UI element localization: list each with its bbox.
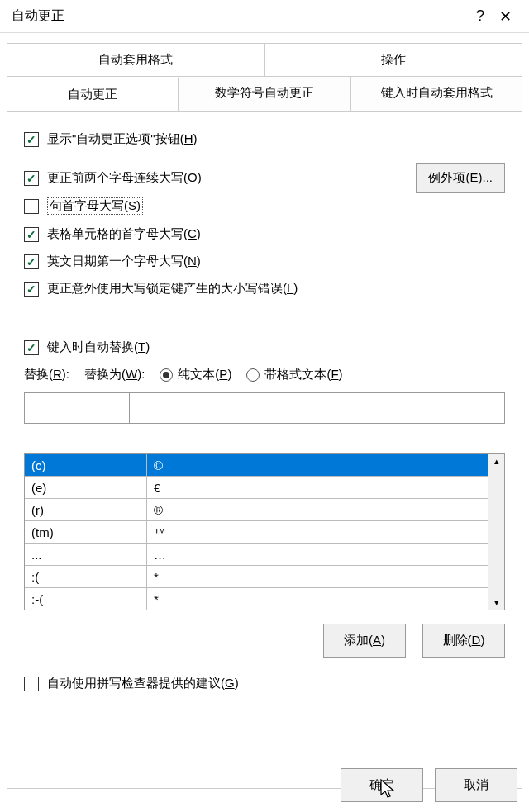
checkbox-row-replace-on: 键入时自动替换(T) xyxy=(24,340,505,355)
checkbox-row-sentence: 句首字母大写(S) xyxy=(24,197,505,215)
replace-input-row xyxy=(24,392,505,424)
radio-plain-wrap[interactable]: 纯文本(P) xyxy=(160,367,231,382)
checkbox-spell[interactable] xyxy=(24,677,39,691)
checkbox-row-capslock: 更正意外使用大写锁定键产生的大小写错误(L) xyxy=(24,281,505,297)
tab-autoformat[interactable]: 自动套用格式 xyxy=(7,43,264,76)
table-row[interactable]: :-(* xyxy=(25,588,488,610)
label-weekday: 英文日期第一个字母大写(N) xyxy=(47,254,201,269)
checkbox-row-spell: 自动使用拼写检查器提供的建议(G) xyxy=(24,676,505,691)
table-row[interactable]: ...… xyxy=(25,544,488,566)
label-replace-on: 键入时自动替换(T) xyxy=(47,340,150,355)
table-cell-replace: :( xyxy=(25,566,147,587)
radio-formatted-wrap[interactable]: 带格式文本(F) xyxy=(246,367,342,382)
add-button[interactable]: 添加(A) xyxy=(323,624,406,658)
dialog-footer: 确定 取消 xyxy=(341,768,517,802)
window-title: 自动更正 xyxy=(12,7,468,25)
label-two-caps: 更正前两个字母连续大写(O) xyxy=(47,170,202,186)
table-row[interactable]: :(* xyxy=(25,566,488,588)
table-cell-with: * xyxy=(147,592,488,606)
checkbox-capslock[interactable] xyxy=(24,282,39,297)
tab-actions[interactable]: 操作 xyxy=(264,43,522,76)
checkbox-show-button[interactable] xyxy=(24,132,39,147)
replace-label: 替换(R): xyxy=(24,367,69,382)
table-body[interactable]: (c)©(e)€(r)®(tm)™...…:(*:-(* xyxy=(25,454,488,610)
label-table-cell: 表格单元格的首字母大写(C) xyxy=(47,226,201,242)
table-cell-replace: (e) xyxy=(25,477,147,498)
exceptions-button[interactable]: 例外项(E)... xyxy=(416,163,505,193)
cancel-button[interactable]: 取消 xyxy=(435,768,517,802)
close-icon[interactable]: ✕ xyxy=(493,7,517,26)
label-sentence: 句首字母大写(S) xyxy=(47,197,143,215)
checkbox-sentence[interactable] xyxy=(24,199,39,214)
delete-button[interactable]: 删除(D) xyxy=(422,624,505,658)
table-row[interactable]: (tm)™ xyxy=(25,521,488,544)
checkbox-two-caps[interactable] xyxy=(24,171,39,186)
table-cell-replace: (tm) xyxy=(25,521,147,543)
radio-plain[interactable] xyxy=(160,368,173,382)
replacements-table: (c)©(e)€(r)®(tm)™...…:(*:-(* ▴ ▾ xyxy=(24,453,505,610)
scroll-up-icon[interactable]: ▴ xyxy=(488,456,504,467)
scroll-down-icon[interactable]: ▾ xyxy=(488,597,504,608)
label-show-button: 显示"自动更正选项"按钮(H) xyxy=(47,131,198,147)
ok-button[interactable]: 确定 xyxy=(341,768,423,802)
radio-formatted[interactable] xyxy=(246,368,260,382)
table-button-row: 添加(A) 删除(D) xyxy=(24,624,505,658)
tab-row-lower: 自动更正 数学符号自动更正 键入时自动套用格式 xyxy=(7,77,522,112)
checkbox-row-table-cell: 表格单元格的首字母大写(C) xyxy=(24,226,505,242)
table-row[interactable]: (c)© xyxy=(25,454,488,477)
table-cell-with: ® xyxy=(147,503,488,517)
label-spell: 自动使用拼写检查器提供的建议(G) xyxy=(47,676,239,691)
table-cell-replace: (r) xyxy=(25,499,147,520)
replace-input[interactable] xyxy=(24,392,130,424)
replace-with-input[interactable] xyxy=(130,392,505,424)
checkbox-replace-on[interactable] xyxy=(24,340,39,355)
table-cell-with: € xyxy=(147,481,488,495)
dialog-body: 自动套用格式 操作 自动更正 数学符号自动更正 键入时自动套用格式 显示"自动更… xyxy=(0,33,529,789)
radio-formatted-label: 带格式文本(F) xyxy=(264,367,342,381)
tab-panel-autocorrect: 显示"自动更正选项"按钮(H) 更正前两个字母连续大写(O) 句首字母大写(S)… xyxy=(7,112,522,789)
replace-with-label: 替换为(W): xyxy=(84,367,145,382)
replace-section: 键入时自动替换(T) 替换(R): 替换为(W): 纯文本(P) 带格式文本(F… xyxy=(24,340,505,691)
table-cell-with: … xyxy=(147,548,488,562)
table-row[interactable]: (r)® xyxy=(25,499,488,521)
radio-plain-label: 纯文本(P) xyxy=(178,367,231,381)
tab-autocorrect[interactable]: 自动更正 xyxy=(7,77,179,112)
table-row[interactable]: (e)€ xyxy=(25,477,488,499)
table-cell-replace: (c) xyxy=(25,454,147,476)
checkbox-weekday[interactable] xyxy=(24,254,39,269)
table-cell-with: * xyxy=(147,570,488,584)
title-bar: 自动更正 ? ✕ xyxy=(0,0,529,33)
tab-math-autocorrect[interactable]: 数学符号自动更正 xyxy=(179,77,350,112)
table-cell-replace: :-( xyxy=(25,588,147,610)
tab-row-upper: 自动套用格式 操作 xyxy=(7,43,522,77)
replace-controls: 替换(R): 替换为(W): 纯文本(P) 带格式文本(F) xyxy=(24,367,505,382)
checkbox-row-weekday: 英文日期第一个字母大写(N) xyxy=(24,254,505,269)
help-icon[interactable]: ? xyxy=(468,7,493,25)
checkbox-row-show-button: 显示"自动更正选项"按钮(H) xyxy=(24,131,505,147)
table-cell-with: © xyxy=(147,458,488,472)
table-cell-with: ™ xyxy=(147,525,488,539)
scrollbar[interactable]: ▴ ▾ xyxy=(488,454,504,610)
tab-autoformat-typing[interactable]: 键入时自动套用格式 xyxy=(350,77,522,112)
label-capslock: 更正意外使用大写锁定键产生的大小写错误(L) xyxy=(47,281,298,297)
checkbox-table-cell[interactable] xyxy=(24,227,39,242)
table-cell-replace: ... xyxy=(25,544,147,565)
